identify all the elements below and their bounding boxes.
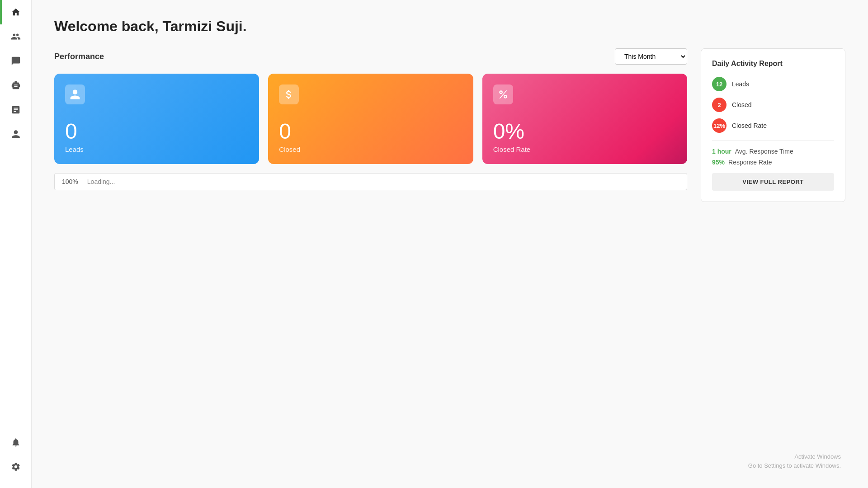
closed-badge: 2	[712, 98, 726, 112]
progress-percent: 100%	[62, 178, 78, 185]
closed-rate-title: Closed Rate	[493, 145, 676, 153]
avg-response-value: 1 hour	[712, 148, 731, 155]
cards-row: 0 Leads 0 Closed	[54, 74, 687, 164]
closed-rate-value: 0%	[493, 119, 676, 144]
dollar-icon	[283, 89, 295, 100]
main-content: Welcome back, Tarmizi Suji. Performance …	[32, 0, 868, 488]
card-closed: 0 Closed	[268, 74, 473, 164]
response-rate-row: 95% Response Rate	[712, 159, 834, 166]
closed-rate-badge: 12%	[712, 118, 726, 133]
leads-badge: 12	[712, 77, 726, 91]
page-title: Welcome back, Tarmizi Suji.	[54, 18, 845, 35]
windows-activation: Activate Windows Go to Settings to activ…	[748, 452, 841, 470]
leads-card-value: 0 Leads	[65, 113, 248, 153]
content-row: Performance This Month Last Month This Y…	[54, 48, 845, 202]
sidebar-item-profile[interactable]	[0, 122, 31, 146]
sidebar-item-contacts[interactable]	[0, 24, 31, 49]
period-select[interactable]: This Month Last Month This Year	[615, 48, 687, 65]
progress-bar-container: 100% Loading...	[54, 173, 687, 190]
profile-icon	[11, 129, 21, 139]
card-leads: 0 Leads	[54, 74, 259, 164]
leads-card-icon-box	[65, 84, 85, 104]
performance-header: Performance This Month Last Month This Y…	[54, 48, 687, 65]
closed-rate-card-icon-box	[493, 84, 513, 104]
sidebar-item-analytics[interactable]	[0, 98, 31, 122]
percent-icon	[497, 89, 509, 100]
sidebar-item-messages[interactable]	[0, 49, 31, 73]
avg-response-row: 1 hour Avg. Response Time	[712, 148, 834, 155]
closed-title: Closed	[279, 145, 462, 153]
bell-icon	[11, 437, 21, 447]
bot-icon	[11, 80, 21, 90]
response-rate-value: 95%	[712, 159, 725, 166]
sidebar-item-home[interactable]	[0, 0, 31, 24]
messages-icon	[11, 56, 21, 66]
closed-rate-card-value: 0% Closed Rate	[493, 113, 676, 153]
activity-report-title: Daily Activity Report	[712, 60, 834, 68]
activity-closed-label: Closed	[732, 101, 752, 108]
activity-divider	[712, 140, 834, 141]
view-full-report-button[interactable]: VIEW FULL REPORT	[712, 173, 834, 191]
sidebar-item-settings[interactable]	[0, 455, 31, 479]
leads-title: Leads	[65, 145, 248, 153]
sidebar	[0, 0, 32, 488]
activity-stats: 1 hour Avg. Response Time 95% Response R…	[712, 148, 834, 166]
card-closed-rate: 0% Closed Rate	[482, 74, 687, 164]
windows-activation-line1: Activate Windows	[748, 452, 841, 461]
home-icon	[11, 7, 21, 17]
windows-activation-line2: Go to Settings to activate Windows.	[748, 461, 841, 470]
person-icon	[69, 89, 81, 100]
activity-item-leads: 12 Leads	[712, 77, 834, 91]
contacts-icon	[11, 32, 21, 42]
performance-label: Performance	[54, 52, 104, 61]
activity-item-closed-rate: 12% Closed Rate	[712, 118, 834, 133]
progress-loading: Loading...	[87, 178, 115, 185]
closed-value: 0	[279, 119, 462, 144]
avg-response-label: Avg. Response Time	[735, 148, 793, 155]
activity-closed-rate-label: Closed Rate	[732, 122, 767, 129]
activity-item-closed: 2 Closed	[712, 98, 834, 112]
closed-card-value: 0 Closed	[279, 113, 462, 153]
sidebar-item-notifications[interactable]	[0, 430, 31, 455]
analytics-icon	[11, 105, 21, 115]
sidebar-item-bot[interactable]	[0, 73, 31, 98]
response-rate-label: Response Rate	[728, 159, 772, 166]
performance-section: Performance This Month Last Month This Y…	[54, 48, 687, 190]
gear-icon	[11, 462, 21, 472]
activity-report: Daily Activity Report 12 Leads 2 Closed …	[701, 48, 845, 202]
activity-leads-label: Leads	[732, 80, 749, 88]
sidebar-bottom	[0, 430, 31, 488]
closed-card-icon-box	[279, 84, 299, 104]
leads-value: 0	[65, 119, 248, 144]
